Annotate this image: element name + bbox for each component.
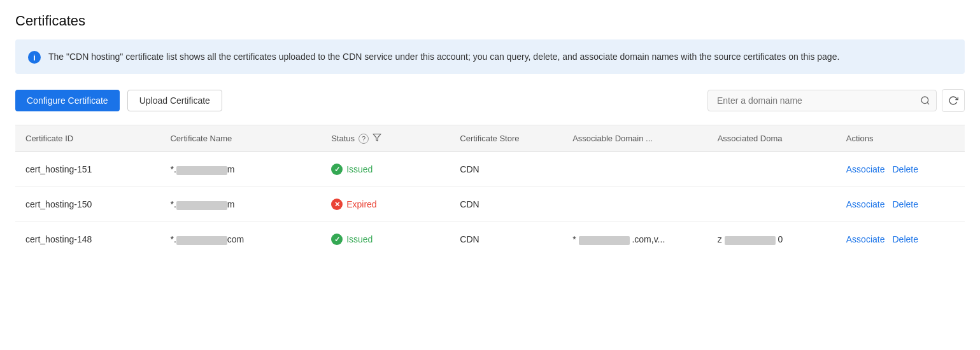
search-icon-button[interactable] — [920, 95, 930, 106]
configure-certificate-button[interactable]: Configure Certificate — [15, 90, 120, 111]
info-text: The "CDN hosting" certificate list shows… — [48, 50, 839, 64]
status-expired: Expired — [331, 199, 439, 210]
cert-id-cell: cert_hosting-150 — [15, 187, 160, 222]
assoc-domain-cell: * .com,v... — [562, 222, 707, 257]
cert-store-cell: CDN — [450, 222, 562, 257]
cert-store-cell: CDN — [450, 152, 562, 187]
upload-certificate-button[interactable]: Upload Certificate — [127, 90, 222, 111]
search-icon — [920, 95, 930, 106]
associate-link-row-2[interactable]: Associate — [846, 234, 885, 244]
info-icon: i — [28, 51, 41, 64]
refresh-icon — [948, 95, 958, 106]
status-filter-icon[interactable] — [373, 133, 381, 144]
assoc-domain-cell — [562, 152, 707, 187]
associated-domain-cell — [707, 187, 836, 222]
status-issued: Issued — [331, 164, 439, 175]
assoc-domain-cell — [562, 187, 707, 222]
status-cell: Issued — [321, 152, 450, 187]
status-cell: Expired — [321, 187, 450, 222]
svg-marker-2 — [373, 134, 381, 141]
search-input[interactable] — [707, 90, 937, 111]
svg-point-0 — [921, 97, 928, 104]
associate-link-row-1[interactable]: Associate — [846, 199, 885, 209]
status-dot-red — [331, 199, 343, 210]
info-banner: i The "CDN hosting" certificate list sho… — [15, 39, 965, 74]
table-row: cert_hosting-151 *. m Issued CDN Associa… — [15, 152, 965, 187]
cert-store-cell: CDN — [450, 187, 562, 222]
col-header-associated-domain: Associated Doma — [707, 125, 836, 152]
cert-name-cell: *. m — [160, 187, 321, 222]
refresh-button[interactable] — [942, 89, 965, 112]
toolbar: Configure Certificate Upload Certificate — [15, 89, 965, 112]
actions-cell: Associate Delete — [836, 187, 965, 222]
status-dot-green — [331, 234, 343, 245]
table-header-row: Certificate ID Certificate Name Status ? — [15, 125, 965, 152]
delete-link-row-0[interactable]: Delete — [892, 164, 918, 174]
certificates-table: Certificate ID Certificate Name Status ? — [15, 125, 965, 256]
page-title: Certificates — [15, 13, 965, 29]
col-header-cert-name: Certificate Name — [160, 125, 321, 152]
delete-link-row-2[interactable]: Delete — [892, 234, 918, 244]
cert-id-cell: cert_hosting-148 — [15, 222, 160, 257]
associated-domain-cell: z 0 — [707, 222, 836, 257]
table-row: cert_hosting-150 *. m Expired CDN Associ… — [15, 187, 965, 222]
cert-name-cell: *. com — [160, 222, 321, 257]
status-dot-green — [331, 164, 343, 175]
cert-id-cell: cert_hosting-151 — [15, 152, 160, 187]
col-header-status: Status ? — [321, 125, 450, 152]
cert-name-cell: *. m — [160, 152, 321, 187]
certificates-table-wrapper: Certificate ID Certificate Name Status ? — [15, 125, 965, 256]
actions-cell: Associate Delete — [836, 152, 965, 187]
actions-cell: Associate Delete — [836, 222, 965, 257]
status-cell: Issued — [321, 222, 450, 257]
associate-link-row-0[interactable]: Associate — [846, 164, 885, 174]
col-header-cert-store: Certificate Store — [450, 125, 562, 152]
table-row: cert_hosting-148 *. com Issued CDN * .co… — [15, 222, 965, 257]
svg-line-1 — [927, 102, 929, 104]
search-area — [707, 89, 965, 112]
associated-domain-cell — [707, 152, 836, 187]
col-header-actions: Actions — [836, 125, 965, 152]
search-input-wrapper — [707, 90, 937, 111]
col-header-assoc-domain: Associable Domain ... — [562, 125, 707, 152]
status-issued: Issued — [331, 234, 439, 245]
delete-link-row-1[interactable]: Delete — [892, 199, 918, 209]
col-header-cert-id: Certificate ID — [15, 125, 160, 152]
status-help-icon[interactable]: ? — [359, 134, 369, 144]
